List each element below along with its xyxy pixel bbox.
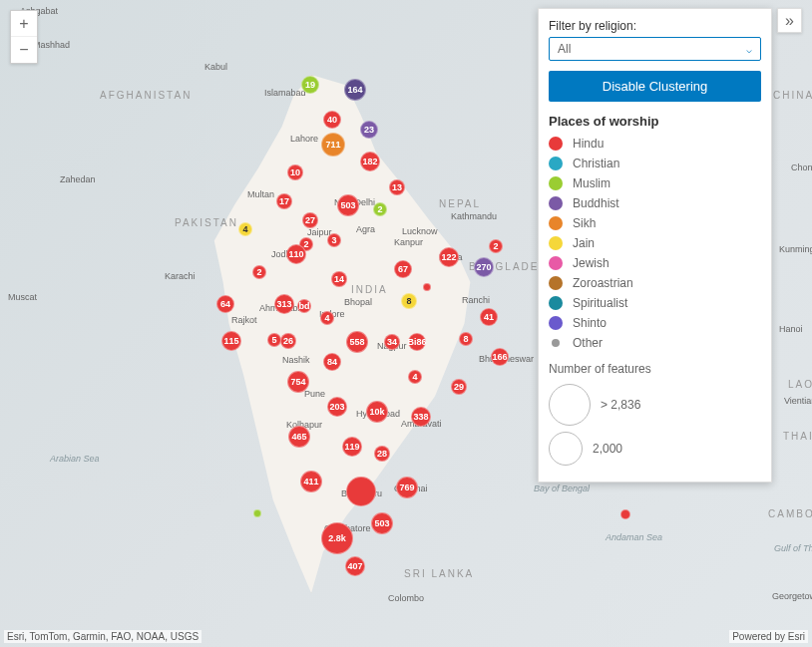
legend-item: Hindu — [549, 137, 761, 151]
size-legend-title: Number of features — [549, 362, 761, 376]
cluster-marker[interactable]: 14 — [331, 271, 347, 287]
city-label: Hanoi — [779, 324, 803, 334]
zoom-in-button[interactable]: + — [11, 11, 37, 37]
religion-select[interactable]: All ⌵ — [549, 37, 761, 61]
legend-swatch — [549, 316, 563, 330]
cluster-marker[interactable]: 13 — [389, 179, 405, 195]
city-label: Arabian Sea — [50, 454, 100, 464]
legend-swatch — [549, 157, 563, 170]
cluster-marker[interactable]: 3 — [327, 233, 341, 247]
country-label: INDIA — [351, 284, 388, 295]
city-label: Colombo — [388, 593, 424, 603]
city-label: Rajkot — [231, 315, 257, 325]
legend-item: Shinto — [549, 316, 761, 330]
cluster-marker[interactable]: 465 — [288, 426, 310, 448]
disable-clustering-button[interactable]: Disable Clustering — [549, 71, 761, 102]
city-label: Kunming — [779, 244, 812, 254]
cluster-marker[interactable]: 166 — [491, 348, 509, 366]
legend-label: Hindu — [573, 137, 604, 151]
filter-label: Filter by religion: — [549, 19, 761, 33]
cluster-marker[interactable]: 40 — [323, 111, 341, 129]
size-label: > 2,836 — [601, 398, 640, 412]
cluster-marker[interactable] — [423, 283, 431, 291]
legend-item: Sikh — [549, 216, 761, 230]
legend-swatch — [552, 339, 560, 347]
city-label: Ranchi — [462, 295, 490, 305]
cluster-marker[interactable]: 2 — [373, 202, 387, 216]
legend-label: Jewish — [573, 256, 609, 270]
cluster-marker[interactable]: 26 — [280, 333, 296, 349]
cluster-marker[interactable]: 4 — [238, 222, 252, 236]
legend-label: Spiritualist — [573, 296, 627, 310]
cluster-marker[interactable]: 64 — [216, 295, 234, 313]
cluster-marker[interactable]: 10 — [287, 164, 303, 180]
city-label: Islamabad — [264, 88, 306, 98]
country-label: SRI LANKA — [404, 568, 474, 579]
country-label: THAILAND — [783, 431, 812, 442]
cluster-marker[interactable]: bd — [297, 299, 311, 313]
cluster-marker[interactable]: 411 — [300, 471, 322, 492]
cluster-marker[interactable]: 313 — [274, 294, 294, 314]
cluster-marker[interactable]: 28 — [374, 446, 390, 462]
cluster-marker[interactable]: 119 — [342, 437, 362, 457]
legend-item: Jewish — [549, 256, 761, 270]
cluster-marker[interactable]: 407 — [345, 556, 365, 576]
cluster-marker[interactable] — [253, 509, 261, 517]
cluster-marker[interactable]: 4 — [408, 370, 422, 384]
cluster-marker[interactable]: 10k — [366, 401, 388, 423]
cluster-marker[interactable]: 503 — [337, 194, 359, 216]
expand-panel-button[interactable]: » — [777, 8, 802, 33]
cluster-marker[interactable]: 41 — [480, 308, 498, 326]
cluster-marker[interactable]: 338 — [411, 407, 431, 427]
cluster-marker[interactable]: 115 — [221, 331, 241, 351]
cluster-marker[interactable]: 29 — [451, 379, 467, 395]
cluster-marker[interactable]: 182 — [360, 152, 380, 171]
legend-swatch — [549, 296, 563, 310]
legend-label: Buddhist — [573, 196, 619, 210]
legend-label: Other — [573, 336, 603, 350]
zoom-control: + − — [10, 10, 38, 64]
legend-swatch — [549, 176, 563, 190]
city-label: Gulf of Thailand — [774, 543, 812, 553]
cluster-marker[interactable]: 558 — [346, 331, 368, 353]
cluster-marker[interactable]: 8 — [459, 332, 473, 346]
cluster-marker[interactable]: 19 — [301, 76, 319, 94]
cluster-marker[interactable]: Bi86 — [408, 333, 426, 351]
city-label: Mashhad — [33, 40, 70, 50]
cluster-marker[interactable]: 5 — [267, 333, 281, 347]
legend-item: Spiritualist — [549, 296, 761, 310]
legend-swatch — [549, 216, 563, 230]
cluster-marker[interactable]: 754 — [287, 371, 309, 393]
cluster-marker[interactable]: 503 — [371, 512, 393, 534]
cluster-marker[interactable]: 769 — [396, 477, 418, 498]
legend-item: Other — [549, 336, 761, 350]
cluster-marker[interactable]: 122 — [439, 247, 459, 267]
cluster-marker[interactable]: 711 — [321, 133, 345, 157]
city-label: Kathmandu — [451, 211, 497, 221]
cluster-marker[interactable]: 8 — [401, 293, 417, 309]
city-label: Muscat — [8, 292, 37, 302]
religion-selected-value: All — [558, 42, 571, 56]
zoom-out-button[interactable]: − — [11, 37, 37, 63]
cluster-marker[interactable]: 27 — [302, 212, 318, 228]
cluster-marker[interactable]: 270 — [474, 257, 494, 277]
country-label: CAMBODIA — [768, 508, 812, 519]
cluster-marker[interactable]: 164 — [344, 79, 366, 101]
cluster-marker[interactable] — [346, 477, 376, 506]
cluster-marker[interactable]: 110 — [286, 244, 306, 264]
city-label: Andaman Sea — [606, 532, 662, 542]
chevron-down-icon: ⌵ — [746, 44, 752, 55]
size-circle — [549, 384, 591, 426]
cluster-marker[interactable]: 23 — [360, 121, 378, 139]
cluster-marker[interactable]: 4 — [320, 311, 334, 325]
cluster-marker[interactable]: 2 — [489, 239, 503, 253]
cluster-marker[interactable]: 17 — [276, 193, 292, 209]
cluster-marker[interactable]: 34 — [384, 334, 400, 350]
legend-item: Buddhist — [549, 196, 761, 210]
cluster-marker[interactable]: 203 — [327, 397, 347, 417]
cluster-marker[interactable]: 67 — [394, 260, 412, 278]
cluster-marker[interactable]: 84 — [323, 353, 341, 371]
cluster-marker[interactable] — [620, 509, 630, 519]
cluster-marker[interactable]: 2 — [252, 265, 266, 279]
cluster-marker[interactable]: 2.8k — [321, 522, 353, 554]
